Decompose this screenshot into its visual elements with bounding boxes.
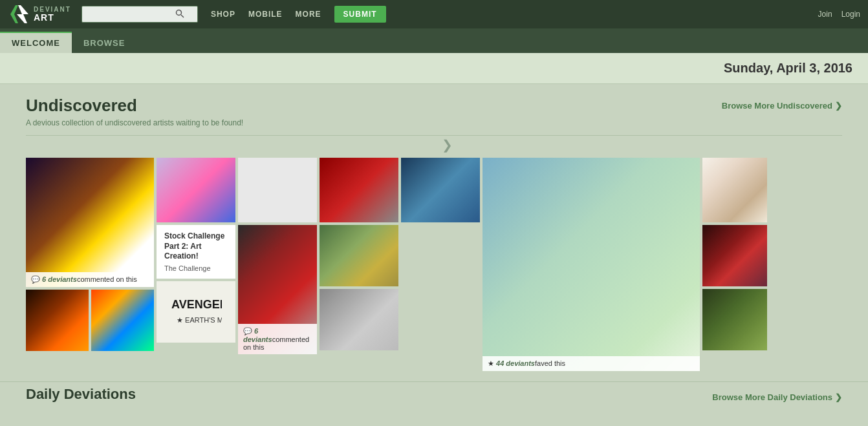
- thumb-bokeh-large[interactable]: ★ 44 deviantsfaved this: [483, 158, 700, 371]
- browse-daily-link[interactable]: Browse More Daily Deviations ❯: [712, 392, 842, 402]
- undiscovered-header: Undiscovered A devious collection of und…: [0, 84, 868, 130]
- comment-count-1: 6 deviants: [42, 275, 77, 283]
- gallery-col-5: [401, 158, 480, 222]
- challenge-subtitle: The Challenge: [164, 264, 228, 272]
- undiscovered-subtitle: A devious collection of undiscovered art…: [26, 118, 243, 127]
- tab-welcome[interactable]: WELCOME: [0, 32, 72, 53]
- submit-button[interactable]: SUBMIT: [334, 6, 386, 23]
- fav-text: faved this: [535, 359, 565, 367]
- svg-point-2: [176, 10, 181, 15]
- gallery-col-4: [320, 158, 398, 350]
- nav-mobile[interactable]: MOBILE: [248, 10, 283, 19]
- search-input[interactable]: [82, 10, 173, 19]
- chevron-right-icon: ❯: [835, 101, 842, 111]
- svg-text:AVENGERS: AVENGERS: [171, 298, 222, 311]
- undiscovered-title-block: Undiscovered A devious collection of und…: [26, 96, 243, 127]
- chevron-right-icon-2: ❯: [835, 392, 842, 402]
- fav-count: 44 deviants: [496, 359, 535, 367]
- star-icon: ★: [488, 359, 496, 367]
- daily-title: Daily Deviations: [26, 386, 136, 403]
- login-link[interactable]: Login: [841, 10, 860, 19]
- gallery-col-6: ★ 44 deviantsfaved this: [483, 158, 700, 371]
- search-icon: [175, 9, 184, 18]
- logo-text: DEVIANT ART: [34, 6, 71, 22]
- comment-icon-2: 💬: [243, 327, 254, 335]
- gallery-col-1-bottom: [26, 290, 154, 351]
- thumb-cyborg[interactable]: [401, 158, 480, 222]
- header-auth: Join Login: [818, 10, 860, 19]
- thumb-fire[interactable]: [26, 290, 89, 351]
- thumb-redcoat[interactable]: [320, 158, 398, 222]
- gallery-col-2: Stock Challenge Part 2: Art Creation! Th…: [157, 158, 235, 343]
- thumb-abstract[interactable]: [91, 290, 154, 351]
- chevron-down-icon: ❯: [26, 137, 868, 153]
- nav-shop[interactable]: SHOP: [211, 10, 235, 19]
- tab-bar: WELCOME BROWSE: [0, 28, 868, 53]
- challenge-title: Stock Challenge Part 2: Art Creation!: [164, 231, 228, 262]
- thumb-anime-large[interactable]: 💬 6 deviantscommented on this: [26, 158, 154, 287]
- undiscovered-section: Undiscovered A devious collection of und…: [0, 84, 868, 381]
- daily-section-header: Daily Deviations Browse More Daily Devia…: [0, 381, 868, 403]
- thumb-sketch[interactable]: [238, 158, 317, 222]
- thumb-gothic[interactable]: [702, 225, 767, 286]
- thumb-overlay-1: 💬 6 deviantscommented on this: [26, 272, 154, 287]
- main-nav: SHOP MOBILE MORE SUBMIT: [211, 6, 386, 23]
- browse-undiscovered-label: Browse More Undiscovered: [722, 101, 832, 111]
- browse-daily-label: Browse More Daily Deviations: [712, 392, 832, 402]
- nav-more[interactable]: MORE: [296, 10, 321, 19]
- thumb-overlay-2: 💬 6 deviantscommented on this: [238, 324, 317, 354]
- gallery-col-1: 💬 6 deviantscommented on this: [26, 158, 154, 351]
- thumb-silhouette[interactable]: [320, 289, 398, 350]
- avengers-logo-svg: AVENGERS ★ EARTH'S MIGHTIEST ★: [170, 295, 222, 328]
- comment-icon: 💬: [31, 275, 42, 283]
- browse-undiscovered-link[interactable]: Browse More Undiscovered ❯: [722, 101, 842, 111]
- logo-line2: ART: [34, 13, 71, 22]
- search-bar: [81, 6, 198, 23]
- gallery-col-3: 💬 6 deviantscommented on this: [238, 158, 317, 354]
- undiscovered-gallery: 💬 6 deviantscommented on this Stock Chal…: [0, 158, 868, 381]
- challenge-card[interactable]: Stock Challenge Part 2: Art Creation! Th…: [157, 225, 235, 279]
- thumb-overlay-3: ★ 44 deviantsfaved this: [483, 356, 700, 371]
- thumb-anime2[interactable]: [702, 158, 767, 222]
- thumb-comic[interactable]: [157, 158, 235, 222]
- svg-line-3: [181, 15, 184, 17]
- logo-link[interactable]: DEVIANT ART: [8, 3, 71, 26]
- thumb-forest[interactable]: [320, 225, 398, 286]
- thumb-creature[interactable]: [702, 289, 767, 350]
- comment-text-1: commented on this: [77, 275, 137, 283]
- gallery-col-7: [702, 158, 767, 350]
- join-link[interactable]: Join: [818, 10, 832, 19]
- undiscovered-title: Undiscovered: [26, 96, 243, 116]
- current-date: Sunday, April 3, 2016: [724, 61, 852, 75]
- search-button[interactable]: [173, 9, 187, 20]
- date-bar: Sunday, April 3, 2016: [0, 53, 868, 84]
- svg-text:★ EARTH'S MIGHTIEST ★: ★ EARTH'S MIGHTIEST ★: [177, 316, 222, 324]
- thumb-knight[interactable]: 💬 6 deviantscommented on this: [238, 225, 317, 354]
- tab-browse[interactable]: BROWSE: [72, 33, 137, 53]
- site-header: DEVIANT ART SHOP MOBILE MORE SUBMIT Join…: [0, 0, 868, 28]
- logo-icon: [8, 3, 31, 26]
- thumb-avengers[interactable]: AVENGERS ★ EARTH'S MIGHTIEST ★: [157, 281, 235, 343]
- svg-marker-1: [17, 5, 28, 23]
- section-divider: [26, 135, 842, 136]
